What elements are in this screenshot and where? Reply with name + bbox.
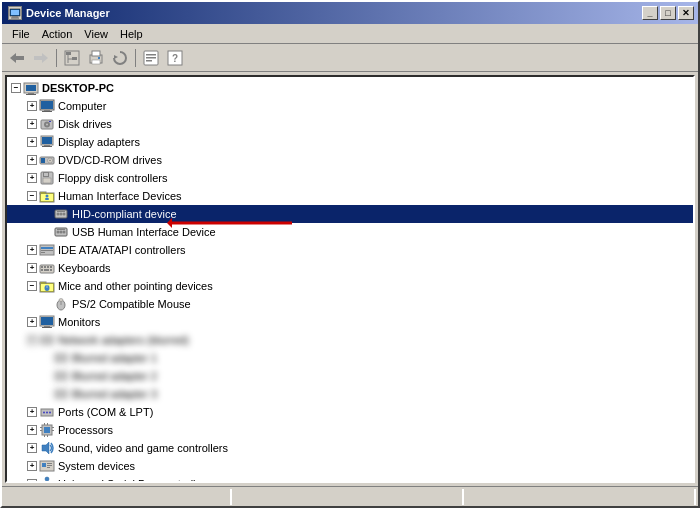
show-tree-button[interactable] <box>61 47 83 69</box>
tree-item-dvd[interactable]: + DVD/CD-ROM drives <box>7 151 693 169</box>
svg-rect-29 <box>41 101 53 109</box>
tree-item-blurred-3: Blurred adapter 2 <box>7 367 693 385</box>
tree-item-floppy[interactable]: + Floppy disk controllers <box>7 169 693 187</box>
tree-item-keyboards[interactable]: + Keyboards <box>7 259 693 277</box>
tree-root[interactable]: − DESKTOP-PC <box>7 79 693 97</box>
sound-expand[interactable]: + <box>27 443 37 453</box>
svg-point-34 <box>46 124 48 126</box>
svg-rect-41 <box>41 158 45 163</box>
tree-item-display[interactable]: + Display adapters <box>7 133 693 151</box>
monitor-icon <box>39 314 55 330</box>
svg-rect-75 <box>44 269 49 271</box>
svg-marker-17 <box>114 55 118 59</box>
dvd-expand[interactable]: + <box>27 155 37 165</box>
usb-expand[interactable]: + <box>27 479 37 483</box>
tree-item-computer[interactable]: + Computer <box>7 97 693 115</box>
toolbar: ? <box>2 44 698 72</box>
svg-rect-67 <box>41 250 53 251</box>
svg-rect-74 <box>41 269 43 271</box>
disk-icon <box>39 116 55 132</box>
tree-item-blurred-1: + Network adapters (blurred) <box>7 331 693 349</box>
properties-button[interactable] <box>140 47 162 69</box>
tree-item-processors[interactable]: + Processors <box>7 421 693 439</box>
menu-help[interactable]: Help <box>114 26 149 42</box>
minimize-button[interactable]: _ <box>642 6 658 20</box>
processors-label: Processors <box>58 424 113 436</box>
mice-expand[interactable]: − <box>27 281 37 291</box>
svg-rect-110 <box>47 463 52 464</box>
tree-item-ide[interactable]: + IDE ATA/ATAPI controllers <box>7 241 693 259</box>
computer-expand[interactable]: + <box>27 101 37 111</box>
tree-item-ps2-mouse[interactable]: PS/2 Compatible Mouse <box>7 295 693 313</box>
ide-icon <box>39 242 55 258</box>
ports-expand[interactable]: + <box>27 407 37 417</box>
svg-rect-70 <box>41 266 43 268</box>
tree-item-usb[interactable]: + Universal Serial Bus controllers <box>7 475 693 483</box>
hid-folder-icon <box>39 188 55 204</box>
processors-expand[interactable]: + <box>27 425 37 435</box>
tree-item-hid-group[interactable]: − Human Interface Devices <box>7 187 693 205</box>
menu-view[interactable]: View <box>78 26 114 42</box>
svg-point-62 <box>60 231 63 234</box>
svg-rect-104 <box>47 423 48 425</box>
forward-button[interactable] <box>30 47 52 69</box>
svg-rect-5 <box>16 56 24 60</box>
display-expand[interactable]: + <box>27 137 37 147</box>
svg-point-96 <box>49 412 51 414</box>
svg-point-54 <box>57 213 60 216</box>
svg-point-43 <box>49 160 51 162</box>
tree-item-system[interactable]: + System devices <box>7 457 693 475</box>
app-icon <box>8 6 22 20</box>
tree-item-usb-hid[interactable]: USB Human Interface Device <box>7 223 693 241</box>
help-button[interactable]: ? <box>164 47 186 69</box>
monitors-expand[interactable]: + <box>27 317 37 327</box>
root-expand[interactable]: − <box>11 83 21 93</box>
maximize-button[interactable]: □ <box>660 6 676 20</box>
tree-item-mice-group[interactable]: − Mice and other pointing devices <box>7 277 693 295</box>
ports-icon <box>39 404 55 420</box>
tree-item-disk[interactable]: + Disk drives <box>7 115 693 133</box>
svg-rect-91 <box>55 372 67 380</box>
hid-group-expand[interactable]: − <box>27 191 37 201</box>
ide-expand[interactable]: + <box>27 245 37 255</box>
svg-rect-30 <box>44 110 50 111</box>
content-area[interactable]: − DESKTOP-PC + <box>5 75 695 483</box>
svg-rect-12 <box>72 57 77 60</box>
system-expand[interactable]: + <box>27 461 37 471</box>
svg-rect-49 <box>40 192 46 194</box>
floppy-icon <box>39 170 55 186</box>
close-button[interactable]: ✕ <box>678 6 694 20</box>
ports-label: Ports (COM & LPT) <box>58 406 153 418</box>
disk-expand[interactable]: + <box>27 119 37 129</box>
menu-action[interactable]: Action <box>36 26 79 42</box>
refresh-button[interactable] <box>109 47 131 69</box>
svg-rect-106 <box>47 435 48 437</box>
blurred1-expand: + <box>27 335 37 345</box>
floppy-expand[interactable]: + <box>27 173 37 183</box>
menu-file[interactable]: File <box>6 26 36 42</box>
svg-rect-66 <box>41 247 53 249</box>
tree-item-sound[interactable]: + Sound, video and game controllers <box>7 439 693 457</box>
svg-marker-107 <box>42 442 49 454</box>
svg-rect-103 <box>44 423 45 425</box>
tree-item-monitors[interactable]: + Monitors <box>7 313 693 331</box>
svg-rect-20 <box>146 57 156 59</box>
svg-rect-64 <box>57 229 65 230</box>
svg-rect-47 <box>43 178 51 183</box>
svg-rect-92 <box>55 390 67 398</box>
print-button[interactable] <box>85 47 107 69</box>
svg-rect-71 <box>44 266 46 268</box>
tree-item-hid-device[interactable]: HID-compliant device <box>7 205 693 223</box>
title-bar: Device Manager _ □ ✕ <box>2 2 698 24</box>
usb-hid-icon <box>53 224 69 240</box>
svg-rect-86 <box>41 317 53 325</box>
svg-text:?: ? <box>172 53 178 64</box>
tree-item-ports[interactable]: + Ports (COM & LPT) <box>7 403 693 421</box>
svg-point-84 <box>59 299 63 302</box>
sound-label: Sound, video and game controllers <box>58 442 228 454</box>
back-button[interactable] <box>6 47 28 69</box>
blurred4-icon <box>53 386 69 402</box>
keyboards-expand[interactable]: + <box>27 263 37 273</box>
hid-group-label: Human Interface Devices <box>58 190 182 202</box>
svg-rect-27 <box>26 94 36 95</box>
